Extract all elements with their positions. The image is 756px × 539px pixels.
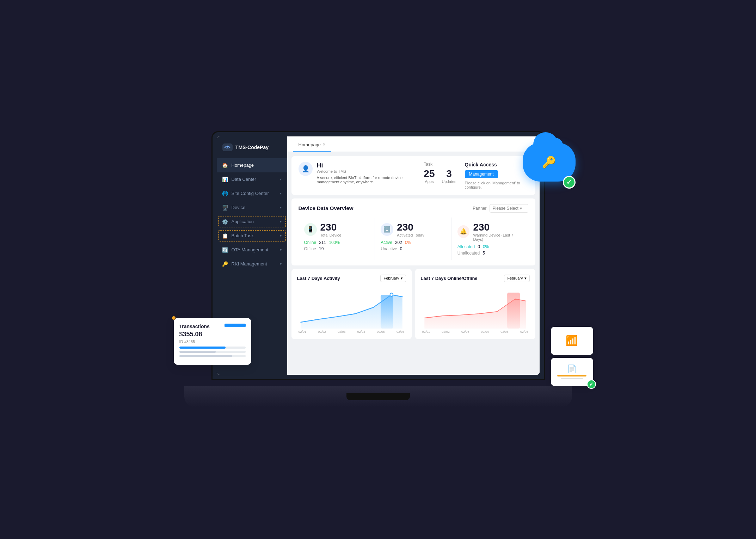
chevron-down-icon: ▾ bbox=[520, 206, 522, 211]
management-button[interactable]: Management bbox=[465, 170, 498, 178]
chart-online-title: Last 7 Days Online/Offline bbox=[421, 276, 478, 281]
cloud-shape: 🔑 bbox=[523, 143, 576, 182]
receipt-check-icon: ✓ bbox=[587, 380, 596, 389]
transaction-id: ID #3455 bbox=[179, 339, 246, 344]
cloud-check-icon: ✓ bbox=[563, 176, 576, 189]
task-label: Task bbox=[424, 162, 456, 167]
sidebar-item-label: Data Center bbox=[232, 177, 256, 182]
batch-task-icon: 📋 bbox=[222, 233, 228, 239]
sidebar-item-label: RKI Management bbox=[232, 261, 267, 267]
device-overview-title: Device Data Overview bbox=[299, 205, 354, 211]
sidebar-item-homepage[interactable]: 🏠 Homepage bbox=[217, 158, 287, 172]
partner-select-dropdown[interactable]: Please Select ▾ bbox=[490, 204, 528, 213]
online-chart-area bbox=[421, 286, 530, 329]
app-name: TMS-CodePay bbox=[235, 145, 269, 150]
chart-online-offline: Last 7 Days Online/Offline February ▾ bbox=[415, 269, 535, 339]
receipt-card: 📄 ✓ bbox=[551, 358, 593, 386]
stat-warning-device: 🔔 230 Warning Device (Last 7 Days) Alloc… bbox=[452, 218, 528, 260]
tab-bar: Homepage × bbox=[287, 136, 540, 152]
stat-activated-today: ⬇️ 230 Activated Today Active bbox=[375, 218, 452, 260]
transaction-dot bbox=[172, 316, 176, 320]
quick-access-title: Quick Access bbox=[465, 162, 528, 167]
apps-count: 25 Apps bbox=[424, 168, 435, 184]
avatar: 👤 bbox=[299, 162, 313, 176]
sidebar-item-rki-management[interactable]: 🔑 RKI Management ▾ bbox=[217, 257, 287, 271]
chevron-down-icon: ▾ bbox=[280, 191, 282, 195]
online-x-labels: 02/01 02/02 02/03 02/04 02/05 02/06 bbox=[421, 330, 530, 333]
chevron-down-icon: ▾ bbox=[280, 262, 282, 266]
laptop-base bbox=[184, 386, 572, 407]
home-icon: 🏠 bbox=[222, 163, 228, 168]
laptop-notch bbox=[346, 393, 410, 400]
chart-activity: Last 7 Days Activity February ▾ bbox=[291, 269, 412, 339]
main-content: Homepage × 👤 Hi Welcome to TMS A se bbox=[287, 136, 540, 375]
activated-today-icon: ⬇️ bbox=[381, 223, 393, 236]
quick-access-section: Quick Access Management Please click on … bbox=[465, 162, 528, 189]
transaction-title: Transactions bbox=[179, 324, 210, 329]
activity-chart-area bbox=[297, 286, 406, 329]
activity-x-labels: 02/01 02/02 02/03 02/04 02/05 02/06 bbox=[297, 330, 406, 333]
sidebar-item-batch-task[interactable]: 📋 Batch Task ▾ bbox=[217, 229, 287, 243]
tab-label: Homepage bbox=[299, 142, 321, 147]
tab-homepage[interactable]: Homepage × bbox=[293, 139, 331, 152]
sidebar-item-label: Batch Task bbox=[232, 233, 254, 238]
transaction-amount: $355.08 bbox=[179, 331, 246, 338]
welcome-description: A secure, efficient BIoT platform for re… bbox=[317, 176, 405, 184]
welcome-card: 👤 Hi Welcome to TMS A secure, efficient … bbox=[291, 156, 535, 195]
sidebar-item-label: Application bbox=[232, 219, 254, 224]
sidebar-item-ota-management[interactable]: 🔄 OTA Management ▾ bbox=[217, 243, 287, 257]
sidebar-item-device[interactable]: 🖥️ Device ▾ bbox=[217, 201, 287, 215]
stat-total-device: 📱 230 Total Device Online 21 bbox=[299, 218, 375, 260]
svg-point-1 bbox=[390, 293, 393, 296]
ota-icon: 🔄 bbox=[222, 247, 228, 253]
chevron-down-icon: ▾ bbox=[401, 276, 403, 281]
sidebar-item-label: Site Config Center bbox=[232, 191, 269, 196]
tab-close-button[interactable]: × bbox=[323, 142, 325, 147]
app-container: </> TMS-CodePay 🏠 Homepage 📊 bbox=[217, 136, 540, 375]
chevron-down-icon: ▾ bbox=[524, 276, 527, 281]
logo-icon: </> bbox=[222, 143, 233, 151]
payment-cards: 📶 📄 ✓ bbox=[551, 327, 593, 386]
sidebar-item-label: Device bbox=[232, 205, 246, 210]
content-area: 👤 Hi Welcome to TMS A secure, efficient … bbox=[287, 152, 540, 375]
transaction-card: Transactions $355.08 ID #3455 bbox=[174, 318, 251, 365]
warning-device-icon: 🔔 bbox=[457, 225, 470, 238]
activity-month-select[interactable]: February ▾ bbox=[380, 275, 406, 282]
total-device-icon: 📱 bbox=[304, 223, 317, 236]
app-logo: </> TMS-CodePay bbox=[217, 136, 287, 158]
rki-icon: 🔑 bbox=[222, 261, 228, 267]
laptop-screen: </> TMS-CodePay 🏠 Homepage 📊 bbox=[213, 132, 544, 379]
cloud-decoration: 🔑 ✓ bbox=[523, 139, 586, 192]
chevron-down-icon: ▾ bbox=[280, 206, 282, 209]
sidebar-item-site-config[interactable]: 🌐 Site Config Center ▾ bbox=[217, 186, 287, 201]
greeting-title: Hi bbox=[317, 162, 405, 169]
partner-label: Partner bbox=[473, 206, 486, 211]
sidebar-item-label: OTA Management bbox=[232, 247, 269, 252]
chevron-down-icon: ▾ bbox=[280, 177, 282, 181]
updates-count: 3 Updates bbox=[442, 168, 456, 184]
chevron-down-icon: ▾ bbox=[280, 234, 282, 238]
device-overview-card: Device Data Overview Partner Please Sele… bbox=[291, 198, 535, 265]
sidebar-item-label: Homepage bbox=[232, 163, 254, 168]
chevron-down-icon: ▾ bbox=[280, 248, 282, 252]
stats-row: 📱 230 Total Device Online 21 bbox=[299, 218, 528, 260]
device-icon: 🖥️ bbox=[222, 205, 228, 210]
application-icon: ⚙️ bbox=[222, 219, 228, 225]
key-icon: 🔑 bbox=[542, 155, 556, 169]
chart-activity-title: Last 7 Days Activity bbox=[297, 276, 340, 281]
task-section: Task 25 Apps 3 Updates bbox=[424, 162, 528, 189]
online-month-select[interactable]: February ▾ bbox=[504, 275, 529, 282]
charts-section: Last 7 Days Activity February ▾ bbox=[291, 269, 535, 339]
sidebar-item-data-center[interactable]: 📊 Data Center ▾ bbox=[217, 172, 287, 186]
welcome-subtitle: Welcome to TMS bbox=[317, 169, 405, 173]
sidebar-item-application[interactable]: ⚙️ Application ▾ bbox=[217, 215, 287, 229]
chevron-down-icon: ▾ bbox=[280, 220, 282, 223]
quick-access-desc: Please click on 'Management' to configur… bbox=[465, 181, 528, 189]
contactless-payment-card: 📶 bbox=[551, 327, 593, 355]
data-center-icon: 📊 bbox=[222, 177, 228, 182]
site-config-icon: 🌐 bbox=[222, 191, 228, 196]
